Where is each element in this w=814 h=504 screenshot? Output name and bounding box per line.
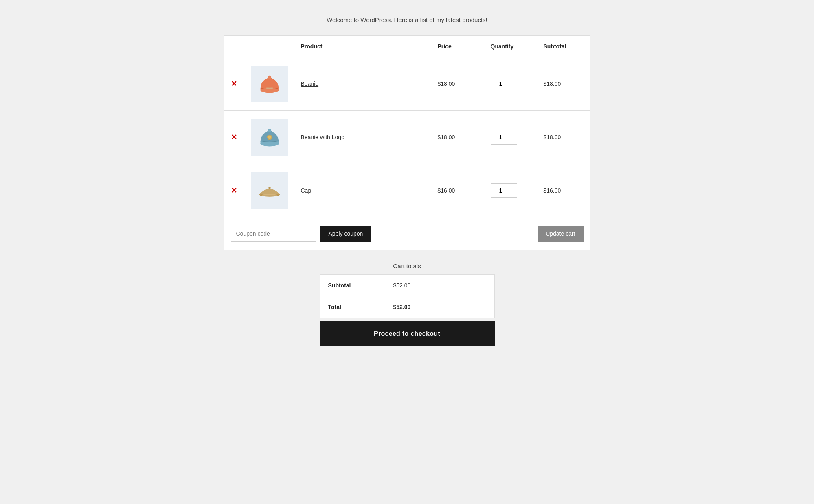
product-price-beanie: $18.00	[438, 81, 455, 87]
subtotal-row: Subtotal $52.00	[320, 275, 494, 296]
col-header-price: Price	[431, 36, 484, 57]
total-label: Total	[328, 304, 393, 310]
product-name-beanie[interactable]: Beanie	[301, 81, 319, 87]
subtotal-label: Subtotal	[328, 282, 393, 289]
remove-button-beanie[interactable]: ✕	[231, 80, 237, 88]
name-cell-beanie: Beanie	[294, 57, 431, 111]
quantity-cell-beanie	[484, 57, 537, 111]
product-name-beanie-logo[interactable]: Beanie with Logo	[301, 134, 344, 140]
cart-totals-box: Subtotal $52.00 Total $52.00	[320, 274, 495, 318]
image-cell-beanie-logo	[245, 111, 294, 164]
coupon-area: Apply coupon	[231, 226, 371, 242]
cart-totals-section: Cart totals Subtotal $52.00 Total $52.00…	[224, 263, 590, 346]
remove-button-cap[interactable]: ✕	[231, 187, 237, 194]
col-header-image	[245, 36, 294, 57]
svg-point-11	[268, 187, 271, 189]
quantity-input-beanie[interactable]	[491, 77, 517, 91]
remove-button-beanie-logo[interactable]: ✕	[231, 134, 237, 141]
update-cart-button[interactable]: Update cart	[538, 226, 583, 242]
table-row: ✕ Beanie with Logo $18.00	[224, 111, 590, 164]
col-header-quantity: Quantity	[484, 36, 537, 57]
svg-point-8	[268, 136, 271, 139]
quantity-input-cap[interactable]	[491, 183, 517, 198]
page-intro: Welcome to WordPress. Here is a list of …	[224, 16, 590, 23]
image-cell-cap	[245, 164, 294, 217]
apply-coupon-button[interactable]: Apply coupon	[320, 226, 371, 242]
name-cell-cap: Cap	[294, 164, 431, 217]
coupon-input[interactable]	[231, 226, 316, 242]
quantity-cell-beanie-logo	[484, 111, 537, 164]
cart-table: Product Price Quantity Subtotal ✕	[224, 36, 590, 217]
name-cell-beanie-logo: Beanie with Logo	[294, 111, 431, 164]
table-row: ✕ Beanie $18.00 $18.0	[224, 57, 590, 111]
remove-cell-cap: ✕	[224, 164, 245, 217]
price-cell-beanie: $18.00	[431, 57, 484, 111]
product-name-cap[interactable]: Cap	[301, 187, 312, 194]
product-image-cap	[251, 172, 288, 209]
quantity-cell-cap	[484, 164, 537, 217]
subtotal-cell-beanie: $18.00	[537, 57, 590, 111]
col-header-product: Product	[294, 36, 431, 57]
quantity-input-beanie-logo[interactable]	[491, 130, 517, 145]
product-image-beanie-logo	[251, 119, 288, 156]
product-image-beanie	[251, 66, 288, 102]
price-cell-beanie-logo: $18.00	[431, 111, 484, 164]
checkout-button[interactable]: Proceed to checkout	[320, 321, 495, 346]
product-subtotal-beanie: $18.00	[544, 81, 561, 87]
total-value: $52.00	[393, 304, 411, 310]
remove-cell-beanie-logo: ✕	[224, 111, 245, 164]
cart-table-container: Product Price Quantity Subtotal ✕	[224, 35, 590, 250]
image-cell-beanie	[245, 57, 294, 111]
cart-actions: Apply coupon Update cart	[224, 217, 590, 250]
total-row: Total $52.00	[320, 296, 494, 318]
subtotal-cell-beanie-logo: $18.00	[537, 111, 590, 164]
price-cell-cap: $16.00	[431, 164, 484, 217]
table-row: ✕ Cap $16.00 $	[224, 164, 590, 217]
col-header-remove	[224, 36, 245, 57]
svg-point-2	[268, 76, 271, 79]
col-header-subtotal: Subtotal	[537, 36, 590, 57]
svg-rect-3	[266, 87, 273, 89]
product-price-beanie-logo: $18.00	[438, 134, 455, 140]
subtotal-value: $52.00	[393, 282, 411, 289]
svg-point-6	[268, 129, 271, 132]
cart-totals-title: Cart totals	[393, 263, 421, 270]
subtotal-cell-cap: $16.00	[537, 164, 590, 217]
product-subtotal-beanie-logo: $18.00	[544, 134, 561, 140]
product-price-cap: $16.00	[438, 187, 455, 194]
remove-cell-beanie: ✕	[224, 57, 245, 111]
product-subtotal-cap: $16.00	[544, 187, 561, 194]
